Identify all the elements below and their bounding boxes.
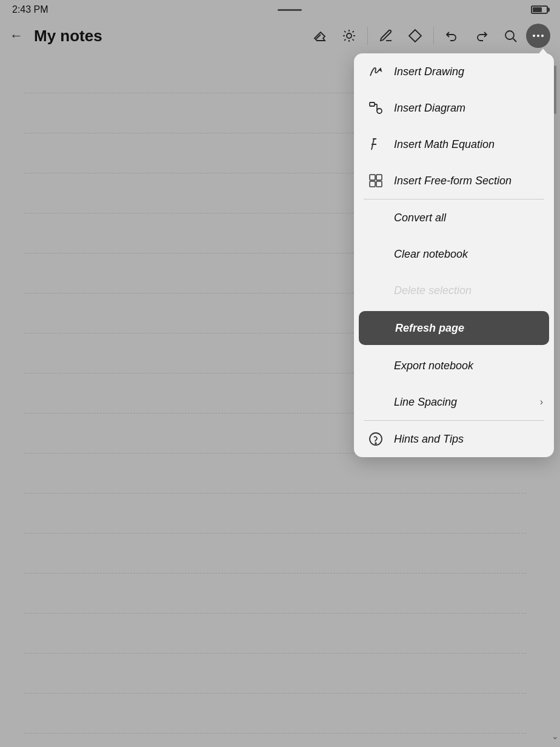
line-spacing-icon bbox=[366, 392, 385, 412]
redo-icon bbox=[474, 28, 488, 43]
svg-point-16 bbox=[377, 109, 382, 113]
brightness-button[interactable] bbox=[336, 22, 362, 49]
undo-icon bbox=[445, 28, 459, 43]
back-arrow-icon: ← bbox=[10, 28, 23, 44]
toolbar-right bbox=[307, 22, 550, 49]
notebook-line bbox=[24, 694, 526, 734]
menu-item-line-spacing-label: Line Spacing bbox=[394, 396, 457, 409]
svg-point-1 bbox=[347, 33, 352, 38]
notebook-line bbox=[24, 574, 526, 614]
svg-line-4 bbox=[344, 31, 345, 32]
battery-fill bbox=[533, 7, 542, 12]
highlighter-button[interactable] bbox=[402, 22, 428, 49]
brightness-icon bbox=[342, 28, 356, 43]
menu-item-line-spacing[interactable]: Line Spacing › bbox=[354, 384, 554, 420]
svg-line-8 bbox=[344, 39, 345, 41]
dropdown-caret bbox=[537, 49, 549, 56]
drawing-icon bbox=[366, 62, 385, 81]
menu-item-insert-drawing-label: Insert Drawing bbox=[394, 65, 464, 78]
diagram-icon bbox=[366, 98, 385, 118]
svg-line-9 bbox=[353, 31, 354, 32]
menu-item-refresh-page-label: Refresh page bbox=[395, 322, 464, 335]
status-time: 2:43 PM bbox=[12, 4, 48, 15]
svg-point-13 bbox=[537, 35, 539, 37]
svg-rect-15 bbox=[370, 102, 375, 106]
delete-icon bbox=[366, 281, 385, 300]
scroll-down-chevron-icon[interactable]: ⌄ bbox=[552, 731, 559, 741]
menu-item-delete-selection[interactable]: Delete selection bbox=[354, 272, 554, 309]
pen-icon bbox=[379, 28, 393, 43]
menu-item-convert-all[interactable]: Convert all bbox=[354, 199, 554, 236]
status-notch bbox=[278, 9, 302, 11]
menu-item-insert-math[interactable]: Insert Math Equation bbox=[354, 126, 554, 162]
clear-icon bbox=[366, 244, 385, 264]
toolbar-divider-2 bbox=[433, 27, 434, 45]
menu-item-hints-tips[interactable]: Hints and Tips bbox=[354, 421, 554, 457]
more-icon bbox=[531, 28, 545, 43]
convert-icon bbox=[366, 208, 385, 227]
export-icon bbox=[366, 356, 385, 375]
refresh-icon bbox=[367, 318, 387, 338]
scrollbar-thumb[interactable] bbox=[554, 65, 556, 114]
menu-item-convert-all-label: Convert all bbox=[394, 212, 446, 224]
svg-point-12 bbox=[533, 35, 535, 37]
menu-item-hints-tips-label: Hints and Tips bbox=[394, 433, 464, 446]
toolbar-left: ← My notes bbox=[10, 27, 307, 45]
menu-item-clear-notebook-label: Clear notebook bbox=[394, 248, 468, 261]
svg-point-14 bbox=[541, 35, 544, 37]
svg-rect-21 bbox=[370, 175, 375, 180]
menu-item-delete-selection-label: Delete selection bbox=[394, 284, 472, 297]
chevron-right-icon: › bbox=[540, 397, 543, 407]
svg-line-5 bbox=[353, 39, 354, 41]
svg-rect-23 bbox=[370, 181, 375, 187]
notebook-line bbox=[24, 654, 526, 694]
notebook-line bbox=[24, 614, 526, 654]
battery-indicator bbox=[531, 5, 548, 14]
svg-rect-24 bbox=[376, 181, 382, 187]
menu-item-refresh-page[interactable]: Refresh page bbox=[359, 311, 549, 345]
pen-button[interactable] bbox=[373, 22, 399, 49]
menu-item-insert-diagram-label: Insert Diagram bbox=[394, 102, 465, 115]
toolbar: ← My notes bbox=[0, 18, 560, 53]
menu-item-insert-drawing[interactable]: Insert Drawing bbox=[354, 53, 554, 90]
svg-rect-22 bbox=[376, 175, 382, 180]
notebook-line bbox=[24, 494, 526, 534]
back-button[interactable]: ← bbox=[10, 28, 27, 44]
search-button[interactable] bbox=[497, 22, 524, 49]
page-title: My notes bbox=[34, 27, 102, 45]
menu-item-export-notebook-label: Export notebook bbox=[394, 360, 473, 372]
svg-point-10 bbox=[505, 31, 514, 39]
svg-line-11 bbox=[513, 39, 517, 42]
freeform-icon bbox=[366, 171, 385, 190]
notebook-line bbox=[24, 454, 526, 494]
battery-icon bbox=[531, 5, 548, 14]
menu-item-insert-freeform-label: Insert Free-form Section bbox=[394, 175, 512, 187]
svg-point-26 bbox=[375, 443, 376, 444]
help-icon bbox=[366, 429, 385, 449]
status-bar: 2:43 PM bbox=[0, 0, 560, 18]
redo-button[interactable] bbox=[468, 22, 495, 49]
undo-button[interactable] bbox=[439, 22, 465, 49]
math-icon bbox=[366, 135, 385, 154]
menu-item-clear-notebook[interactable]: Clear notebook bbox=[354, 236, 554, 272]
eraser-icon bbox=[313, 28, 327, 43]
eraser-button[interactable] bbox=[307, 22, 333, 49]
menu-item-export-notebook[interactable]: Export notebook bbox=[354, 347, 554, 384]
notebook-line bbox=[24, 534, 526, 574]
menu-item-insert-math-label: Insert Math Equation bbox=[394, 138, 495, 151]
menu-item-insert-freeform[interactable]: Insert Free-form Section bbox=[354, 162, 554, 199]
dropdown-menu: Insert Drawing Insert Diagram Insert Mat… bbox=[354, 53, 554, 457]
menu-item-insert-diagram[interactable]: Insert Diagram bbox=[354, 90, 554, 126]
more-options-button[interactable] bbox=[526, 24, 550, 48]
toolbar-divider bbox=[367, 27, 368, 45]
highlighter-icon bbox=[408, 28, 422, 43]
search-icon bbox=[503, 28, 518, 43]
